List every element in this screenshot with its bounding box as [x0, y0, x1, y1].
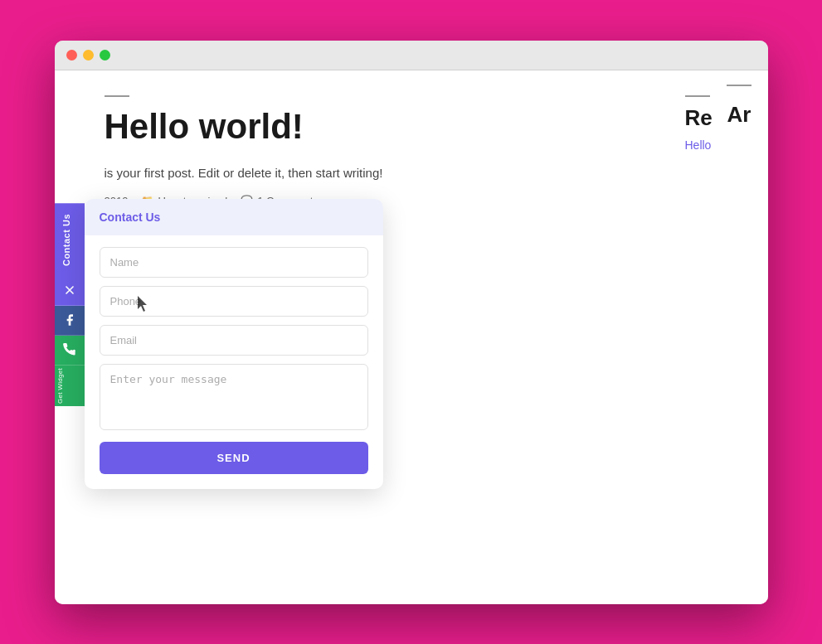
minimize-button[interactable] — [83, 50, 94, 61]
right-archive-title: Ar — [727, 102, 751, 128]
contact-form-popup: Contact Us SEND — [85, 199, 383, 489]
x-icon — [63, 283, 76, 297]
right-sidebar-preview: Re Hello Ar — [669, 70, 768, 153]
right-divider-top — [685, 95, 710, 97]
right-divider-bottom — [727, 85, 751, 86]
get-widget-label: Get Widget — [55, 366, 85, 406]
phone-icon — [63, 343, 76, 356]
send-button[interactable]: SEND — [100, 442, 368, 474]
contact-form-header: Contact Us — [85, 199, 383, 235]
browser-window: Hello world! is your first post. Edit or… — [55, 41, 768, 604]
facebook-icon-button[interactable] — [55, 306, 85, 336]
phone-input[interactable] — [100, 286, 368, 317]
name-input[interactable] — [100, 247, 368, 278]
maximize-button[interactable] — [100, 50, 110, 61]
post-excerpt: is your first post. Edit or delete it, t… — [105, 163, 718, 183]
page-divider — [105, 95, 129, 97]
message-textarea[interactable] — [100, 364, 368, 430]
x-icon-button[interactable] — [55, 276, 85, 306]
phone-icon-button[interactable] — [55, 336, 85, 366]
email-input[interactable] — [100, 325, 368, 356]
browser-content: Hello world! is your first post. Edit or… — [55, 70, 768, 604]
facebook-icon — [63, 313, 76, 327]
browser-titlebar — [55, 41, 768, 70]
contact-form-body: SEND — [85, 235, 383, 489]
contact-us-tab[interactable]: Contact Us — [55, 203, 85, 276]
side-widget: Contact Us Get Widget — [55, 203, 85, 406]
page-title: Hello world! — [105, 107, 718, 147]
close-button[interactable] — [66, 50, 77, 61]
right-recent-link[interactable]: Hello — [685, 138, 712, 152]
